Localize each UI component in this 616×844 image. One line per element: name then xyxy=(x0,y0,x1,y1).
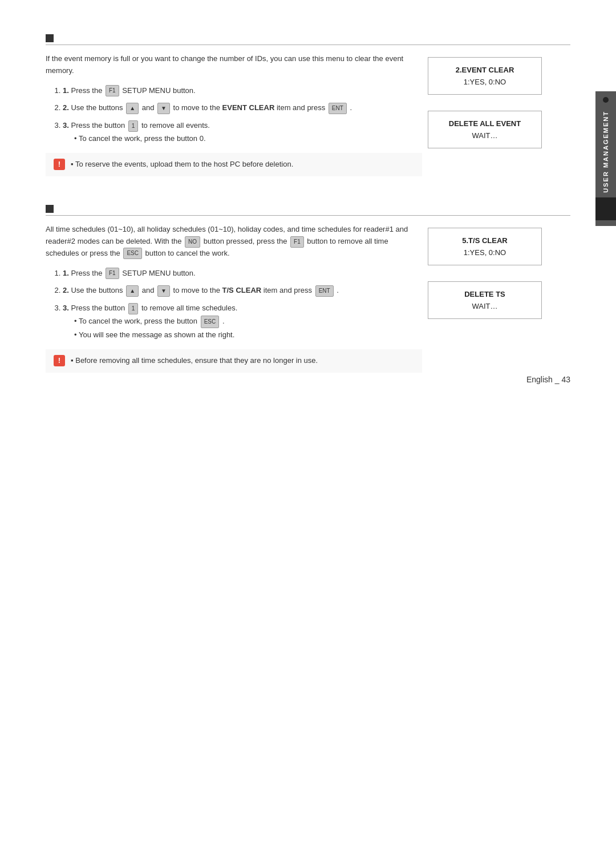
side-tab-dot xyxy=(603,97,609,103)
s2step1-btn: F1 xyxy=(106,268,119,279)
section2-intro-btn2: F1 xyxy=(290,236,304,248)
step2-bold: EVENT CLEAR xyxy=(222,103,275,112)
s2step3-text-after: to remove all time schedules. xyxy=(141,304,237,312)
s2step2-btn3: ENT xyxy=(315,285,334,297)
screen1-line1: 2.EVENT CLEAR xyxy=(440,66,530,74)
section1-intro: If the event memory is full or you want … xyxy=(46,53,422,77)
page-footer: English _ 43 xyxy=(526,375,570,384)
section-event-clear: If the event memory is full or you want … xyxy=(46,34,570,176)
screen2-box2: DELETE TS WAIT… xyxy=(428,281,542,319)
s2step2-bold: T/S CLEAR xyxy=(222,286,262,294)
section2-bullet1: To cancel the work, press the button ESC… xyxy=(74,314,422,328)
step3-text-after: to remove all events. xyxy=(141,121,210,130)
step2-text-mid2: to move to the xyxy=(173,103,220,112)
screen1b-line2: WAIT… xyxy=(440,131,530,140)
section1-icon xyxy=(46,34,54,42)
side-tab-accent xyxy=(595,197,616,220)
screen2-line2: 1:YES, 0:NO xyxy=(440,248,530,257)
section2-step2: 2. Use the buttons ▲ and ▼ to move to th… xyxy=(63,285,422,297)
side-tab-label: USER MANAGEMENT xyxy=(602,106,609,197)
section2-note: ! ▪ Before removing all time schedules, … xyxy=(46,349,422,373)
footer-text: English _ 43 xyxy=(526,375,570,384)
screen2b-line1: DELETE TS xyxy=(440,290,530,298)
section2-intro: All time schedules (01~10), all holiday … xyxy=(46,224,422,259)
note1-icon: ! xyxy=(54,159,65,170)
section2-step1: 1. Press the F1 SETUP MENU button. xyxy=(63,268,422,280)
screen2-box1: 5.T/S CLEAR 1:YES, 0:NO xyxy=(428,228,542,265)
step1-text-after: SETUP MENU button. xyxy=(122,86,195,95)
step2-text-before: Use the buttons xyxy=(71,103,123,112)
section2-icon xyxy=(46,205,54,213)
step2-text-end: . xyxy=(350,103,352,112)
section2-intro-end: button to cancel the work. xyxy=(145,249,230,257)
section1-bullet1: To cancel the work, press the button 0. xyxy=(74,132,422,145)
section1-step2: 2. Use the buttons ▲ and ▼ to move to th… xyxy=(63,102,422,114)
section1-note: ! ▪ To reserve the events, upload them t… xyxy=(46,153,422,176)
step3-btn: 1 xyxy=(128,120,139,132)
s2step3-btn: 1 xyxy=(128,303,139,314)
step2-text-mid1: and xyxy=(142,103,155,112)
section-ts-clear: All time schedules (01~10), all holiday … xyxy=(46,205,570,373)
section1-screens: 2.EVENT CLEAR 1:YES, 0:NO DELETE ALL EVE… xyxy=(428,57,542,155)
section2-bullet2: You will see the message as shown at the… xyxy=(74,328,422,341)
screen1b-line1: DELETE ALL EVENT xyxy=(440,119,530,128)
note2-text: ▪ Before removing all time schedules, en… xyxy=(71,355,318,367)
section2-step3: 3. Press the button 1 to remove all time… xyxy=(63,302,422,341)
step1-text-before: Press the xyxy=(71,86,102,95)
step2-btn1: ▲ xyxy=(126,103,139,114)
section1-bullets: To cancel the work, press the button 0. xyxy=(74,132,422,145)
s2bullet1-btn: ESC xyxy=(201,316,220,328)
section1-header xyxy=(46,34,570,45)
s2step2-btn1: ▲ xyxy=(126,285,139,297)
step2-btn3: ENT xyxy=(329,103,347,114)
step1-btn: F1 xyxy=(106,85,119,96)
step2-text-after: item and press xyxy=(277,103,325,112)
screen1-box2: DELETE ALL EVENT WAIT… xyxy=(428,111,542,148)
section1-step1: 1. Press the F1 SETUP MENU button. xyxy=(63,85,422,97)
s2step2-text-mid1: and xyxy=(142,286,155,294)
screen2b-line2: WAIT… xyxy=(440,302,530,310)
note1-text: ▪ To reserve the events, upload them to … xyxy=(71,159,293,171)
section2-bullets: To cancel the work, press the button ESC… xyxy=(74,314,422,341)
s2step3-text-before: Press the button xyxy=(71,304,125,312)
screen2-line1: 5.T/S CLEAR xyxy=(440,236,530,245)
s2step1-text-after: SETUP MENU button. xyxy=(122,269,195,277)
section2-header xyxy=(46,205,570,216)
s2step1-text-before: Press the xyxy=(71,269,102,277)
section2-intro-mid: button pressed, press the xyxy=(204,237,289,245)
section2-intro-btn3: ESC xyxy=(123,248,142,259)
s2step2-text-before: Use the buttons xyxy=(71,286,123,294)
section2-screens: 5.T/S CLEAR 1:YES, 0:NO DELETE TS WAIT… xyxy=(428,228,542,326)
s2step2-btn2: ▼ xyxy=(157,285,170,297)
note2-icon: ! xyxy=(54,355,65,366)
section1-step3: 3. Press the button 1 to remove all even… xyxy=(63,120,422,145)
screen1-box1: 2.EVENT CLEAR 1:YES, 0:NO xyxy=(428,57,542,95)
s2step2-text-end: . xyxy=(337,286,339,294)
section2-steps: 1. Press the F1 SETUP MENU button. 2. Us… xyxy=(63,268,422,341)
step2-btn2: ▼ xyxy=(157,103,170,114)
s2step2-text-after: item and press xyxy=(264,286,312,294)
step3-text-before: Press the button xyxy=(71,121,125,130)
section2-intro-btn1: NO xyxy=(185,236,200,248)
section1-steps: 1. Press the F1 SETUP MENU button. 2. Us… xyxy=(63,85,422,146)
s2step2-text-mid2: to move to the xyxy=(173,286,220,294)
screen1-line2: 1:YES, 0:NO xyxy=(440,78,530,86)
side-tab: USER MANAGEMENT xyxy=(595,91,616,226)
